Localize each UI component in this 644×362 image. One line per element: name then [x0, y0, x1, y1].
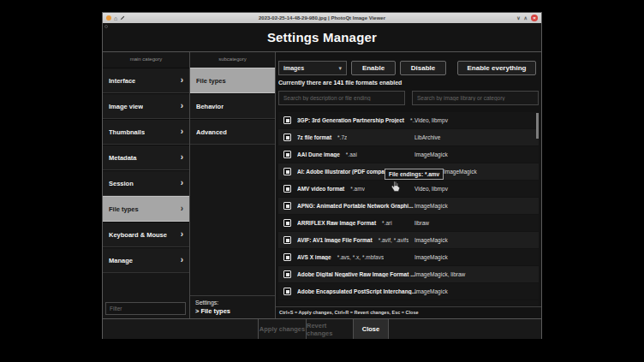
subcategory-item-label: Advanced: [196, 128, 227, 136]
file-format-row[interactable]: ARRIFLEX Raw Image Format *.ari libraw: [278, 215, 539, 231]
chevron-right-icon: ›: [181, 230, 183, 239]
file-format-row[interactable]: AVS X image *.avs, *.x, *.mbfavs ImageMa…: [278, 249, 539, 265]
file-format-row[interactable]: 3GP: 3rd Generation Partnership Project …: [278, 112, 539, 128]
revert-changes-button[interactable]: Revert changes: [306, 319, 353, 339]
filter-input[interactable]: [105, 302, 186, 315]
photoqt-window: ⌂ 2023-02-25-14-48-29-980.jpg | PhotoQt …: [102, 12, 542, 339]
format-checkbox[interactable]: [283, 168, 291, 175]
format-checkbox[interactable]: [283, 288, 291, 295]
format-endings: *.aai: [346, 151, 357, 157]
format-name-group: Adobe Encapsulated PostScript Interchang…: [297, 288, 422, 294]
format-name-group: 7z file format *.7z: [297, 134, 347, 140]
format-name: AVS X image: [297, 254, 331, 260]
format-type-dropdown[interactable]: images ▾: [278, 61, 347, 75]
enable-button[interactable]: Enable: [351, 61, 396, 75]
search-description-input[interactable]: [278, 91, 405, 105]
app-icon: [106, 15, 111, 21]
file-format-row[interactable]: AMV video format *.amv Video, libmpv: [278, 181, 539, 197]
close-icon[interactable]: ×: [531, 15, 538, 21]
subcategory-item[interactable]: Advanced: [190, 119, 275, 145]
format-name-group: Adobe Digital Negative Raw Image Format …: [297, 271, 421, 277]
format-library: ImageMagick: [414, 237, 448, 243]
file-format-row[interactable]: APNG: Animated Portable Network Graphi..…: [278, 198, 539, 214]
format-checkbox[interactable]: [283, 185, 291, 193]
chevron-right-icon: ›: [181, 256, 183, 264]
sidebar-item[interactable]: Thumbnails ›: [103, 119, 189, 145]
format-name: AVIF: AV1 Image File Format: [297, 237, 373, 243]
format-name: AI: Adobe Illustrator (PDF compat: [297, 169, 386, 175]
subcategory-item-label: File types: [196, 77, 226, 85]
format-checkbox[interactable]: [283, 151, 291, 158]
format-endings: *.amv: [350, 186, 365, 192]
format-name-group: AMV video format *.amv: [297, 186, 365, 192]
format-name-group: AVS X image *.avs, *.x, *.mbfavs: [297, 254, 384, 260]
chevron-right-icon: ›: [181, 76, 183, 85]
chevron-right-icon: ›: [181, 205, 183, 213]
format-endings: *.ari: [382, 220, 392, 226]
format-library: ImageMagick, libraw: [414, 271, 465, 277]
heading-bar: Settings Manager: [103, 23, 541, 52]
sidebar-item[interactable]: Manage ›: [103, 247, 189, 273]
close-button[interactable]: Close: [353, 319, 389, 339]
sidebar-item-label: Session: [109, 180, 134, 187]
chevron-right-icon: ›: [181, 179, 183, 187]
enable-everything-button[interactable]: Enable everything: [457, 61, 536, 75]
sidebar-item[interactable]: File types ›: [103, 196, 189, 222]
format-library: ImageMagick: [444, 169, 477, 175]
format-checkbox[interactable]: [283, 134, 291, 141]
partial-row: [278, 300, 539, 306]
footer-bar: Apply changes Revert changes Close: [103, 318, 541, 339]
format-name-group: AI: Adobe Illustrator (PDF compat: [297, 169, 392, 175]
main-category-list: Interface › Image view › Thumbnails: [103, 68, 189, 273]
sidebar-item-label: Image view: [109, 103, 143, 110]
format-name: 3GP: 3rd Generation Partnership Project: [297, 117, 404, 123]
format-name-group: 3GP: 3rd Generation Partnership Project …: [297, 117, 417, 123]
format-checkbox[interactable]: [283, 202, 291, 210]
file-endings-tooltip: File endings: *.amv: [385, 169, 444, 180]
format-checkbox[interactable]: [283, 253, 291, 261]
sidebar-item[interactable]: Metadata ›: [103, 145, 189, 170]
maximize-icon[interactable]: ∧: [524, 15, 528, 21]
footer-spacer: [103, 319, 258, 339]
status-count: 141: [334, 80, 344, 86]
format-library: Video, libmpv: [414, 186, 448, 192]
file-format-row[interactable]: AVIF: AV1 Image File Format *.avif, *.av…: [278, 232, 539, 248]
sidebar-item[interactable]: Session ›: [103, 170, 189, 196]
subcategory-item[interactable]: Behavior: [190, 93, 275, 119]
settings-breadcrumb: > File types: [195, 307, 270, 315]
apply-changes-button[interactable]: Apply changes: [258, 319, 306, 339]
search-library-input[interactable]: [412, 91, 539, 105]
format-checkbox[interactable]: [283, 219, 291, 227]
sidebar-item[interactable]: Keyboard & Mouse ›: [103, 222, 189, 247]
file-format-rows: 3GP: 3rd Generation Partnership Project …: [278, 112, 539, 300]
sidebar-item-label: Metadata: [109, 154, 137, 162]
file-format-row[interactable]: Adobe Encapsulated PostScript Interchang…: [278, 283, 539, 300]
sidebar-item-label: File types: [109, 205, 139, 213]
minimize-icon[interactable]: ∨: [516, 15, 520, 21]
sidebar-item[interactable]: Interface ›: [103, 68, 189, 93]
format-checkbox[interactable]: [283, 236, 291, 244]
window-titlebar[interactable]: ⌂ 2023-02-25-14-48-29-980.jpg | PhotoQt …: [103, 13, 541, 23]
file-format-row[interactable]: Adobe Digital Negative Raw Image Format …: [278, 266, 539, 282]
format-library: ImageMagick: [414, 288, 448, 294]
subcategory-panel: subcategory File types Behavior: [190, 52, 276, 318]
subcategory-item-label: Behavior: [196, 103, 224, 110]
format-checkbox[interactable]: [283, 116, 291, 124]
file-format-row[interactable]: 7z file format *.7z LibArchive: [278, 129, 539, 145]
format-library: ImageMagick: [414, 254, 448, 260]
format-name-group: AVIF: AV1 Image File Format *.avif, *.av…: [297, 237, 408, 243]
format-library: LibArchive: [414, 134, 440, 140]
disable-button[interactable]: Disable: [400, 61, 446, 75]
page-title: Settings Manager: [267, 30, 377, 45]
format-checkbox[interactable]: [283, 270, 291, 278]
format-library: libraw: [414, 220, 429, 226]
format-name: Adobe Encapsulated PostScript Interchang…: [297, 288, 416, 294]
subcategory-item[interactable]: File types: [190, 68, 275, 93]
list-scrollbar[interactable]: [536, 113, 539, 139]
sidebar-item[interactable]: Image view ›: [103, 93, 189, 119]
status-suffix: file formats enabled: [343, 80, 402, 86]
file-format-row[interactable]: AAI Dune image *.aai ImageMagick: [278, 146, 539, 163]
format-name: APNG: Animated Portable Network Graphi..…: [297, 203, 414, 209]
format-library: Video, libmpv: [414, 117, 448, 123]
mouse-pointer-icon: [391, 181, 401, 193]
